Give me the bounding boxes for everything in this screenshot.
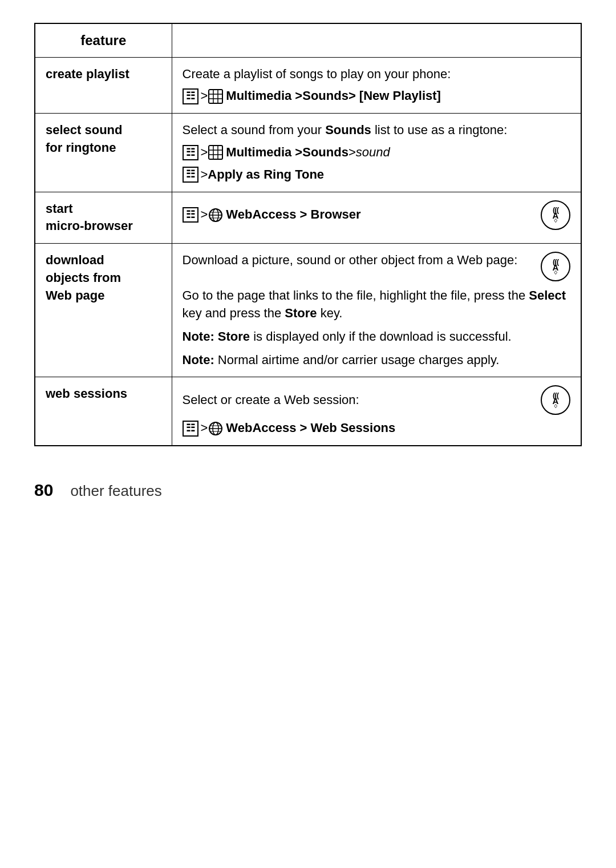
arrow2: > — [348, 144, 356, 162]
note-1: Note: Store is displayed only if the dow… — [183, 328, 571, 346]
table-row: create playlist Create a playlist of son… — [35, 57, 581, 114]
header-feature: feature — [35, 23, 172, 57]
wireless-badge-2: ((( A ♢ — [541, 252, 570, 281]
desc-text-1: Select a sound from your Sounds list to … — [183, 123, 508, 137]
menu-path-row: ☷ > Multimedia > Sounds > [New Pl — [183, 87, 571, 105]
feature-label-microbrowser: startmicro-browser — [35, 192, 172, 244]
desc-websessions-1: Select or create a Web session: — [183, 391, 359, 409]
feature-table: feature create playlist Create a playlis… — [34, 23, 582, 446]
wireless-badge-3: ((( A ♢ — [541, 385, 570, 415]
desc-download-1: Download a picture, sound or other objec… — [183, 252, 518, 269]
feature-label-download: downloadobjects fromWeb page — [35, 244, 172, 377]
arrow-icon: > — [201, 87, 208, 105]
arrow4: > — [201, 206, 208, 224]
webaccess-icon — [208, 207, 224, 223]
page-footer: 80 other features — [34, 481, 582, 500]
arrow1: > — [201, 144, 208, 162]
wireless-badge-1: ((( A ♢ — [541, 200, 570, 230]
menu-button-icon-3: ☷ — [183, 207, 198, 223]
multimedia-icon-2 — [208, 144, 224, 160]
new-playlist-label: > [New Playlist] — [348, 87, 441, 105]
webaccess-icon-2 — [208, 421, 224, 437]
menu-button-icon: ☷ — [183, 88, 198, 104]
sounds-label: Sounds — [302, 87, 348, 105]
svg-rect-5 — [209, 146, 222, 159]
menu-path-websessions: ☷ > WebAccess > Web Sessions — [183, 419, 571, 437]
menu-button-icon-2: ☷ — [183, 167, 198, 183]
menu-path-row-2: ☷ > Apply as Ring Tone — [183, 166, 571, 184]
arrow3: > — [201, 166, 208, 184]
wireless-symbol-3: ((( A ♢ — [553, 391, 559, 409]
menu-path-browser: ☷ > WebAccess > Browser — [183, 206, 361, 224]
menu-button-icon: ☷ — [183, 145, 198, 161]
description-microbrowser: ☷ > WebAccess > Browser — [172, 192, 581, 244]
desc-text: Create a playlist of songs to play on yo… — [183, 67, 451, 81]
multimedia-label-2: Multimedia > — [226, 144, 302, 162]
description-download: Download a picture, sound or other objec… — [172, 244, 581, 377]
page-number: 80 — [34, 481, 53, 500]
feature-label-select-sound: select soundfor ringtone — [35, 114, 172, 192]
multimedia-icon — [208, 88, 224, 104]
table-row: startmicro-browser ☷ > — [35, 192, 581, 244]
menu-path-row-1: ☷ > Multimedia > Sounds > sound — [183, 144, 571, 162]
table-row: web sessions Select or create a Web sess… — [35, 377, 581, 446]
description-create-playlist: Create a playlist of songs to play on yo… — [172, 57, 581, 114]
select-bold: Select — [529, 288, 566, 302]
sounds-label-2: Sounds — [302, 144, 348, 162]
page-content: feature create playlist Create a playlis… — [34, 23, 582, 500]
webaccess-label: WebAccess > Browser — [226, 206, 360, 224]
desc-download-2: Go to the page that links to the file, h… — [183, 287, 571, 322]
note1-label: Note: — [183, 329, 218, 344]
table-row: downloadobjects fromWeb page Download a … — [35, 244, 581, 377]
description-select-sound: Select a sound from your Sounds list to … — [172, 114, 581, 192]
sounds-bold: Sounds — [325, 123, 371, 137]
header-description — [172, 23, 581, 57]
wireless-symbol-1: ((( A ♢ — [553, 206, 559, 224]
note2-label: Note: — [183, 353, 218, 367]
menu-button-icon-4: ☷ — [183, 421, 198, 437]
websessions-label: WebAccess > Web Sessions — [226, 419, 395, 437]
svg-rect-0 — [209, 90, 222, 103]
description-websessions: Select or create a Web session: ((( A ♢ … — [172, 377, 581, 446]
arrow5: > — [201, 419, 208, 437]
apply-ring-tone-label: Apply as Ring Tone — [208, 166, 324, 184]
feature-label-create-playlist: create playlist — [35, 57, 172, 114]
table-row: select soundfor ringtone Select a sound … — [35, 114, 581, 192]
sound-italic: sound — [356, 144, 390, 162]
store-bold-2: Store — [218, 329, 250, 344]
wireless-symbol-2: ((( A ♢ — [553, 258, 559, 276]
page-label: other features — [70, 482, 161, 500]
note-2: Note: Normal airtime and/or carrier usag… — [183, 352, 571, 369]
store-bold: Store — [285, 306, 317, 320]
multimedia-label: Multimedia > — [226, 87, 302, 105]
feature-label-websessions: web sessions — [35, 377, 172, 446]
